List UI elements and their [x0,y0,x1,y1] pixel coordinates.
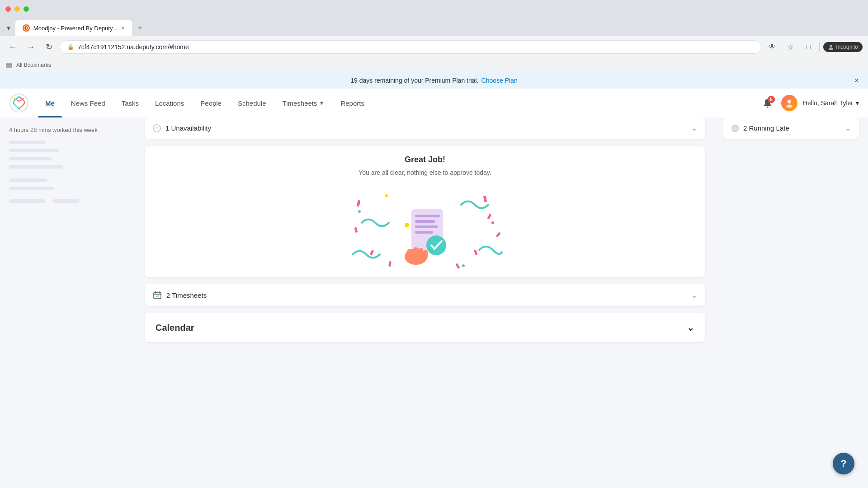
svg-rect-26 [424,250,428,259]
bookmark-btn[interactable]: ☆ [783,40,797,54]
svg-point-27 [426,235,446,255]
browser-titlebar [0,0,868,18]
svg-rect-12 [487,214,491,220]
nav-timesheets[interactable]: Timesheets ▼ [275,89,332,117]
address-bar[interactable]: 🔒 7cf47d19112152.na.deputy.com/#home [60,40,761,54]
nav-right: 5 Hello, Sarah Tyler ▾ [760,95,859,111]
svg-rect-21 [415,231,433,234]
svg-point-1 [830,45,832,47]
notification-badge: 5 [768,96,775,103]
tab-dropdown-btn[interactable]: ▼ [4,23,14,33]
nav-news-feed-label: News Feed [71,99,105,107]
running-late-card-header[interactable]: 2 Running Late ⌄ [723,117,859,139]
visibility-icon[interactable]: 👁 [765,40,779,54]
user-greeting[interactable]: Hello, Sarah Tyler ▾ [803,99,859,107]
timesheets-card-header[interactable]: 2 Timesheets ⌄ [145,284,705,306]
browser-nav: ← → ↻ 🔒 7cf47d19112152.na.deputy.com/#ho… [0,36,868,58]
svg-point-6 [788,100,791,103]
tab-title: Moodjoy - Powered By Deputy... [33,25,117,32]
back-btn[interactable]: ← [5,40,20,54]
left-sidebar: 4 hours 28 mins worked this week [0,117,136,349]
svg-rect-25 [419,248,423,258]
refresh-btn[interactable]: ↻ [42,40,56,54]
trial-banner-close-btn[interactable]: × [854,76,859,85]
svg-rect-10 [370,250,374,256]
great-job-header: Great Job! You are all clear, nothing el… [145,146,705,187]
unavailability-card: ○ 1 Unavailability ⌄ [145,117,705,139]
svg-point-2 [829,48,833,50]
skeleton-line-3 [9,157,52,160]
svg-rect-20 [415,225,438,228]
nav-me-label: Me [45,99,55,107]
svg-point-7 [786,105,793,108]
trial-banner: 19 days remaining of your Premium Plan t… [0,72,868,89]
window-controls [5,6,29,12]
top-nav: Me News Feed Tasks Locations People Sche… [0,89,868,117]
nav-me[interactable]: Me [38,89,62,117]
right-sidebar: 2 Running Late ⌄ [714,117,868,349]
unavailability-title: 1 Unavailability [165,124,687,132]
timesheets-card: 2 Timesheets ⌄ [145,284,705,306]
main-content: 4 hours 28 mins worked this week ○ [0,117,868,349]
skeleton-line-1 [9,141,45,144]
browser-chrome: ▼ Moodjoy - Powered By Deputy... × + ← →… [0,0,868,72]
svg-rect-14 [496,232,501,237]
unavailability-chevron: ⌄ [691,124,697,132]
nav-reports[interactable]: Reports [333,89,372,117]
notification-btn[interactable]: 5 [760,95,776,111]
bookmarks-label: All Bookmarks [16,62,51,68]
browser-tab-active[interactable]: Moodjoy - Powered By Deputy... × [15,20,132,36]
nav-tasks[interactable]: Tasks [114,89,146,117]
minimize-window-btn[interactable] [14,6,20,12]
svg-rect-24 [413,247,418,258]
maximize-window-btn[interactable] [24,6,29,12]
skeleton-line-6 [9,187,54,190]
nav-people[interactable]: People [193,89,229,117]
running-late-title: 2 Running Late [743,124,840,132]
svg-point-31 [385,194,388,197]
svg-point-30 [358,210,361,213]
forward-btn[interactable]: → [24,40,38,54]
calendar-section: Calendar ⌄ [145,313,705,342]
great-job-card: Great Job! You are all clear, nothing el… [145,146,705,277]
split-view-btn[interactable]: □ [801,40,816,54]
svg-rect-8 [356,200,360,206]
skeleton-lines [9,141,127,203]
bookmarks-folder-icon [5,61,13,69]
svg-rect-19 [415,220,435,223]
calendar-label: Calendar [156,323,194,333]
nav-schedule[interactable]: Schedule [231,89,274,117]
svg-rect-11 [474,249,478,255]
skeleton-line-7 [9,199,45,203]
running-late-chevron: ⌄ [845,124,851,132]
choose-plan-link[interactable]: Choose Plan [481,77,518,84]
svg-point-5 [767,107,768,108]
svg-point-32 [462,264,465,267]
user-avatar [781,95,797,111]
svg-rect-9 [483,196,487,202]
timesheets-icon [153,291,162,300]
svg-rect-33 [154,292,161,299]
app-wrapper: 19 days remaining of your Premium Plan t… [0,72,868,411]
running-late-dot [731,125,739,132]
nav-locations[interactable]: Locations [148,89,191,117]
tab-close-btn[interactable]: × [121,24,124,32]
unavailability-icon: ○ [153,124,161,132]
browser-nav-actions: 👁 ☆ □ Incognito [765,40,863,54]
timesheets-title: 2 Timesheets [166,291,687,299]
nav-news-feed[interactable]: News Feed [64,89,113,117]
svg-rect-15 [388,261,392,267]
unavailability-card-header[interactable]: ○ 1 Unavailability ⌄ [145,117,705,139]
calendar-check-icon [153,291,162,300]
bookmarks-bar: All Bookmarks [0,58,868,72]
greeting-text: Hello, Sarah Tyler [803,99,853,107]
logo[interactable] [9,93,29,113]
skeleton-line-2 [9,149,59,152]
nav-people-label: People [200,99,222,107]
calendar-title: Calendar ⌄ [156,322,694,333]
new-tab-btn[interactable]: + [134,22,146,34]
skeleton-line-5 [9,178,47,182]
nav-schedule-label: Schedule [238,99,266,107]
incognito-icon [828,44,834,50]
close-window-btn[interactable] [5,6,11,12]
